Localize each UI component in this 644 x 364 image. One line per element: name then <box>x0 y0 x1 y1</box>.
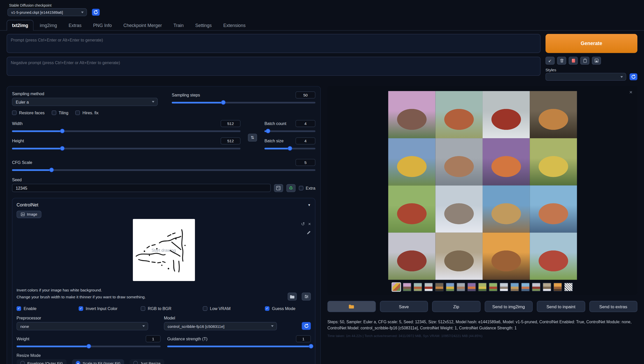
weight-value[interactable]: 1 <box>146 335 161 342</box>
tab-img2img[interactable]: img2img <box>34 20 62 31</box>
tab-extras[interactable]: Extras <box>63 20 87 31</box>
save-button[interactable]: Save <box>380 301 428 312</box>
gallery-image[interactable] <box>529 91 577 138</box>
gallery-thumbnail[interactable] <box>553 283 562 291</box>
gallery-thumbnail[interactable] <box>543 283 551 291</box>
prompt-input[interactable] <box>7 34 541 53</box>
batch-count-value[interactable]: 4 <box>296 120 315 127</box>
tab-train[interactable]: Train <box>168 20 189 31</box>
gallery-thumbnail[interactable] <box>521 283 530 291</box>
gallery-thumbnail[interactable] <box>392 283 401 291</box>
apply-style-button[interactable] <box>580 57 590 65</box>
width-slider[interactable] <box>12 128 241 134</box>
gallery-thumbnail[interactable] <box>500 283 508 291</box>
gallery-image[interactable] <box>435 233 482 280</box>
reuse-seed-button[interactable]: ♻ <box>286 184 296 192</box>
gallery-close-button[interactable]: × <box>629 89 632 95</box>
restore-faces-checkbox[interactable]: Restore faces <box>12 110 45 115</box>
zip-button[interactable]: Zip <box>432 301 480 312</box>
brush-button[interactable] <box>306 231 311 235</box>
weight-slider[interactable] <box>17 344 161 349</box>
open-folder-button[interactable] <box>327 301 375 312</box>
gallery-image[interactable] <box>388 233 435 280</box>
tab-png-info[interactable]: PNG Info <box>88 20 117 31</box>
gallery-image[interactable] <box>388 91 435 138</box>
sampling-steps-value[interactable]: 50 <box>296 91 315 99</box>
generate-button[interactable]: Generate <box>545 34 637 53</box>
gallery-thumbnail[interactable] <box>564 283 573 291</box>
send-to-img2img-button[interactable]: Send to img2img <box>484 301 533 312</box>
cfg-scale-value[interactable]: 5 <box>296 159 315 166</box>
sampling-method-dropdown[interactable]: Euler a <box>12 98 158 106</box>
open-image-button[interactable] <box>288 293 297 301</box>
hires-fix-checkbox[interactable]: Hires. fix <box>75 110 99 115</box>
gallery-image[interactable] <box>529 138 577 185</box>
styles-dropdown[interactable] <box>545 73 626 81</box>
checkpoint-dropdown[interactable]: v1-5-pruned.ckpt [e1441589a6] <box>7 8 87 16</box>
tiling-checkbox[interactable]: Tiling <box>52 110 68 115</box>
random-seed-button[interactable] <box>274 184 283 192</box>
clear-prompt-button[interactable] <box>557 57 566 65</box>
gallery-image[interactable] <box>482 91 529 138</box>
gallery-thumbnail[interactable] <box>424 283 433 291</box>
drawing-canvas[interactable]: Start drawing <box>133 219 195 281</box>
gallery-image[interactable] <box>529 185 577 232</box>
gallery-thumbnail[interactable] <box>435 283 444 291</box>
gallery-image[interactable] <box>482 233 529 280</box>
resize-mode-just-resize-radio[interactable]: Just Resize <box>130 359 164 364</box>
batch-count-slider[interactable] <box>264 128 315 134</box>
rgb-to-bgr-checkbox[interactable]: RGB to BGR <box>141 306 203 311</box>
invert-input-color-checkbox[interactable]: Invert Input Color <box>79 306 141 311</box>
gallery-image[interactable] <box>388 185 435 232</box>
save-style-button[interactable] <box>592 57 601 65</box>
gallery-thumbnail[interactable] <box>403 283 411 291</box>
guidance-strength-value[interactable]: 1 <box>296 335 311 342</box>
height-slider[interactable] <box>12 146 241 151</box>
clear-canvas-button[interactable]: × <box>308 221 311 227</box>
negative-prompt-input[interactable] <box>7 57 541 76</box>
gallery-thumbnail[interactable] <box>510 283 519 291</box>
extra-networks-button[interactable] <box>569 57 578 65</box>
tab-settings[interactable]: Settings <box>190 20 217 31</box>
preprocessor-dropdown[interactable]: none <box>17 322 148 330</box>
gallery-image[interactable] <box>435 185 482 232</box>
gallery-image[interactable] <box>435 138 482 185</box>
swap-dimensions-button[interactable]: ⇅ <box>248 133 257 141</box>
image-tab[interactable]: Image <box>17 211 41 218</box>
gallery-thumbnail[interactable] <box>446 283 454 291</box>
resize-mode-scale-to-fit-radio[interactable]: Scale to Fit (Inner Fit) <box>72 359 124 364</box>
sampling-steps-slider[interactable] <box>172 100 315 105</box>
gallery-image[interactable] <box>482 185 529 232</box>
checkpoint-refresh-button[interactable] <box>92 9 100 16</box>
height-value[interactable]: 512 <box>221 137 241 145</box>
batch-size-value[interactable]: 4 <box>296 137 315 145</box>
gallery-image[interactable] <box>482 138 529 185</box>
cfg-scale-slider[interactable] <box>12 167 315 173</box>
guess-mode-checkbox[interactable]: Guess Mode <box>265 306 296 311</box>
gallery-thumbnail[interactable] <box>456 283 465 291</box>
tab-checkpoint-merger[interactable]: Checkpoint Merger <box>118 20 167 31</box>
gallery-thumbnail[interactable] <box>532 283 540 291</box>
paste-button[interactable]: ↙ <box>545 57 555 65</box>
undo-button[interactable]: ↺ <box>301 221 305 227</box>
low-vram-checkbox[interactable]: Low VRAM <box>203 306 265 311</box>
extra-seed-checkbox[interactable]: Extra <box>299 186 315 190</box>
gallery-image[interactable] <box>529 233 577 280</box>
width-value[interactable]: 512 <box>221 120 241 127</box>
gallery-thumbnail[interactable] <box>413 283 422 291</box>
seed-input[interactable] <box>12 184 271 192</box>
resize-mode-envelope-radio[interactable]: Envelope (Outer Fit) <box>17 359 66 364</box>
gallery-image[interactable] <box>388 138 435 185</box>
send-to-inpaint-button[interactable]: Send to inpaint <box>537 301 585 312</box>
collapse-controlnet-icon[interactable]: ▼ <box>307 203 311 207</box>
model-dropdown[interactable]: control_scribble-fp16 [c508311e] <box>164 322 277 330</box>
model-refresh-button[interactable] <box>302 322 311 330</box>
gallery-thumbnail[interactable] <box>489 283 497 291</box>
send-to-extras-button[interactable]: Send to extras <box>589 301 637 312</box>
gallery-thumbnail[interactable] <box>478 283 487 291</box>
tab-txt2img[interactable]: txt2img <box>7 20 34 31</box>
gallery-thumbnail[interactable] <box>467 283 476 291</box>
enable-checkbox[interactable]: Enable <box>17 306 79 311</box>
tab-extensions[interactable]: Extensions <box>218 20 251 31</box>
brush-settings-button[interactable] <box>302 293 311 301</box>
